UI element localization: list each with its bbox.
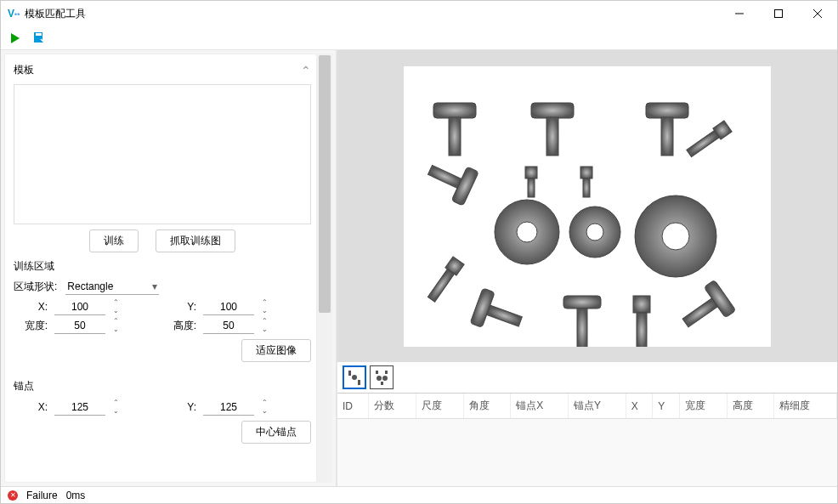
anchor-y-input[interactable] bbox=[203, 399, 254, 416]
svg-rect-18 bbox=[525, 167, 537, 178]
results-col-ID[interactable]: ID bbox=[337, 394, 369, 419]
results-col-宽度[interactable]: 宽度 bbox=[679, 394, 727, 419]
svg-rect-6 bbox=[36, 33, 42, 36]
svg-rect-41 bbox=[358, 380, 360, 385]
template-preview bbox=[14, 84, 311, 224]
svg-rect-32 bbox=[563, 296, 601, 309]
thumbnail-1[interactable] bbox=[343, 365, 366, 389]
status-bar: Failure 0ms bbox=[1, 486, 837, 503]
region-x-input[interactable] bbox=[54, 299, 105, 315]
title-bar: V•• 模板匹配工具 bbox=[1, 1, 837, 26]
svg-rect-20 bbox=[580, 167, 592, 178]
svg-rect-10 bbox=[531, 103, 574, 118]
anchor-y-down[interactable]: ⌄ bbox=[258, 407, 271, 416]
y-label: Y: bbox=[162, 301, 203, 313]
anchor-x-down[interactable]: ⌄ bbox=[109, 407, 122, 416]
svg-rect-34 bbox=[633, 296, 650, 313]
window-title: 模板匹配工具 bbox=[25, 7, 720, 21]
region-x-down[interactable]: ⌄ bbox=[109, 307, 122, 315]
results-col-锚点X[interactable]: 锚点X bbox=[511, 394, 569, 419]
thumbnail-strip bbox=[337, 362, 837, 393]
region-y-up[interactable]: ⌃ bbox=[258, 298, 271, 307]
anchor-x-input[interactable] bbox=[54, 399, 105, 416]
anchor-y-label: Y: bbox=[162, 401, 203, 413]
template-section-title: 模板 bbox=[14, 63, 34, 77]
svg-rect-47 bbox=[381, 382, 383, 385]
settings-panel: 模板 ⌃ 训练 抓取训练图 训练区域 区域形状: Rectangle X: ⌃⌄ bbox=[4, 54, 317, 483]
results-col-尺度[interactable]: 尺度 bbox=[416, 394, 464, 419]
results-col-锚点Y[interactable]: 锚点Y bbox=[569, 394, 626, 419]
image-canvas bbox=[404, 66, 771, 347]
minimize-button[interactable] bbox=[720, 1, 759, 26]
train-region-header: 训练区域 bbox=[12, 258, 313, 275]
svg-rect-33 bbox=[577, 309, 587, 347]
svg-rect-8 bbox=[433, 103, 476, 118]
region-height-input[interactable] bbox=[203, 318, 254, 334]
close-button[interactable] bbox=[798, 1, 837, 26]
region-w-up[interactable]: ⌃ bbox=[109, 317, 122, 326]
results-col-角度[interactable]: 角度 bbox=[463, 394, 511, 419]
svg-point-27 bbox=[662, 223, 689, 250]
svg-rect-31 bbox=[487, 305, 523, 326]
collapse-icon[interactable]: ⌃ bbox=[301, 64, 311, 77]
results-table[interactable]: ID分数尺度角度锚点X锚点YXY宽度高度精细度 bbox=[337, 393, 837, 486]
height-label: 高度: bbox=[162, 319, 203, 333]
save-button[interactable] bbox=[31, 31, 47, 46]
shape-dropdown[interactable]: Rectangle bbox=[65, 279, 159, 295]
anchor-y-up[interactable]: ⌃ bbox=[258, 399, 271, 407]
svg-rect-45 bbox=[376, 371, 378, 374]
results-col-X[interactable]: X bbox=[626, 394, 653, 419]
svg-point-23 bbox=[517, 222, 537, 242]
svg-point-39 bbox=[352, 375, 357, 380]
svg-point-43 bbox=[377, 376, 382, 381]
svg-rect-40 bbox=[348, 371, 351, 376]
svg-rect-9 bbox=[449, 117, 461, 156]
fit-image-button[interactable]: 适应图像 bbox=[241, 339, 311, 362]
train-button[interactable]: 训练 bbox=[89, 229, 139, 252]
svg-rect-17 bbox=[427, 165, 461, 188]
svg-point-44 bbox=[382, 376, 388, 381]
anchor-section-header[interactable]: 锚点 bbox=[12, 376, 313, 397]
svg-rect-21 bbox=[583, 178, 590, 197]
toolbar bbox=[1, 26, 837, 50]
svg-point-25 bbox=[586, 224, 603, 241]
svg-rect-46 bbox=[385, 371, 388, 374]
settings-scrollbar[interactable] bbox=[317, 54, 332, 483]
svg-rect-37 bbox=[682, 297, 717, 326]
center-anchor-button[interactable]: 中心锚点 bbox=[241, 421, 311, 444]
region-w-down[interactable]: ⌄ bbox=[109, 326, 122, 334]
anchor-section-title: 锚点 bbox=[14, 379, 34, 394]
region-width-input[interactable] bbox=[54, 318, 105, 334]
svg-rect-13 bbox=[661, 117, 673, 156]
results-col-高度[interactable]: 高度 bbox=[727, 394, 774, 419]
region-y-down[interactable]: ⌄ bbox=[258, 307, 271, 315]
region-x-up[interactable]: ⌃ bbox=[109, 298, 122, 307]
image-viewer[interactable] bbox=[337, 50, 837, 362]
shape-label: 区域形状: bbox=[14, 280, 57, 294]
part-icon bbox=[422, 103, 736, 347]
svg-rect-11 bbox=[546, 117, 558, 156]
maximize-button[interactable] bbox=[759, 1, 798, 26]
anchor-x-label: X: bbox=[14, 401, 54, 413]
results-col-Y[interactable]: Y bbox=[653, 394, 680, 419]
svg-marker-4 bbox=[11, 33, 20, 43]
anchor-x-up[interactable]: ⌃ bbox=[109, 399, 122, 407]
svg-rect-35 bbox=[637, 313, 647, 347]
svg-rect-15 bbox=[687, 130, 720, 156]
region-h-down[interactable]: ⌄ bbox=[258, 326, 271, 334]
svg-rect-29 bbox=[427, 269, 454, 302]
status-time: 0ms bbox=[66, 490, 86, 501]
width-label: 宽度: bbox=[14, 319, 54, 333]
app-logo-icon: V•• bbox=[8, 8, 20, 20]
results-col-分数[interactable]: 分数 bbox=[369, 394, 416, 419]
region-y-input[interactable] bbox=[203, 299, 254, 315]
svg-rect-1 bbox=[775, 10, 783, 18]
capture-train-image-button[interactable]: 抓取训练图 bbox=[156, 229, 235, 252]
svg-rect-19 bbox=[528, 178, 535, 197]
x-label: X: bbox=[14, 301, 54, 313]
template-section-header[interactable]: 模板 ⌃ bbox=[12, 59, 313, 81]
run-button[interactable] bbox=[8, 31, 23, 46]
thumbnail-2[interactable] bbox=[370, 365, 394, 389]
results-col-精细度[interactable]: 精细度 bbox=[774, 394, 837, 419]
region-h-up[interactable]: ⌃ bbox=[258, 317, 271, 326]
